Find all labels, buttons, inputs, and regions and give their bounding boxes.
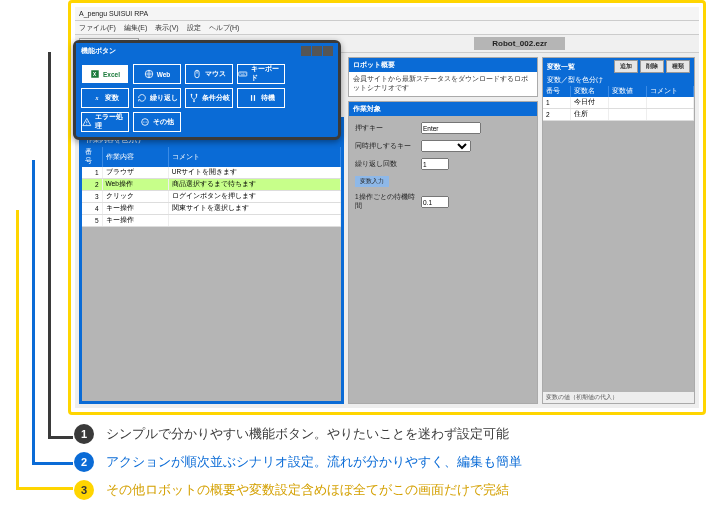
func-other-button[interactable]: その他 <box>133 112 181 132</box>
var-add-button[interactable]: 追加 <box>614 60 638 73</box>
func-label: 条件分岐 <box>202 94 230 103</box>
per-op-wait-input[interactable] <box>421 196 449 208</box>
cell-action: キー操作 <box>102 203 168 215</box>
minimize-icon[interactable] <box>301 46 311 56</box>
func-pause-button[interactable]: 待機 <box>237 88 285 108</box>
table-row[interactable]: 4キー操作関東サイトを選択します <box>82 203 341 215</box>
menu-file[interactable]: ファイル(F) <box>79 23 116 33</box>
cell-comment: ログインボタンを押します <box>168 191 340 203</box>
repeat-label: 繰り返し回数 <box>355 160 415 169</box>
func-branch-button[interactable]: 条件分岐 <box>185 88 233 108</box>
annotation-badge-1: 1 <box>74 424 94 444</box>
svg-point-7 <box>193 101 195 103</box>
annotation-text-1: シンプルで分かりやすい機能ボタン。やりたいことを迷わず設定可能 <box>106 426 509 443</box>
func-label: エラー処理 <box>95 113 128 131</box>
func-error-button[interactable]: エラー処理 <box>81 112 129 132</box>
table-row[interactable]: 2Web操作商品選択するまで待ちます <box>82 179 341 191</box>
cell-idx: 1 <box>543 97 571 109</box>
table-row[interactable]: 2住所 <box>543 109 694 121</box>
simul-key-label: 同時押しするキー <box>355 142 415 151</box>
variables-footer: 変数の値（初期値の代入） <box>543 392 694 403</box>
cell-varcomment <box>646 109 693 121</box>
repeat-input[interactable] <box>421 158 449 170</box>
svg-point-15 <box>146 122 147 123</box>
function-title: 機能ボタン <box>81 46 116 56</box>
cell-action: ブラウザ <box>102 167 168 179</box>
cell-comment: 商品選択するまで待ちます <box>168 179 340 191</box>
cell-idx: 3 <box>82 191 102 203</box>
cell-action: Web操作 <box>102 179 168 191</box>
annotation-text-3: その他ロボットの概要や変数設定含めほぼ全てがこの画面だけで完結 <box>106 482 509 499</box>
other-icon <box>140 117 150 127</box>
func-var-button[interactable]: x変数 <box>81 88 129 108</box>
func-label: その他 <box>153 118 174 127</box>
pause-icon <box>248 93 258 103</box>
func-label: Excel <box>103 71 120 78</box>
cell-varname: 今日付 <box>571 97 609 109</box>
annotation-badge-2: 2 <box>74 452 94 472</box>
func-loop-button[interactable]: 繰り返し <box>133 88 181 108</box>
func-label: 変数 <box>105 94 119 103</box>
var-delete-button[interactable]: 削除 <box>640 60 664 73</box>
func-keyboard-button[interactable]: キーボード <box>237 64 285 84</box>
cell-idx: 2 <box>543 109 571 121</box>
func-label: 待機 <box>261 94 275 103</box>
error-icon <box>82 117 92 127</box>
variables-subhead: 変数／型を色分け <box>543 75 694 86</box>
work-title: 作業対象 <box>353 104 381 114</box>
annotation-1: 1 シンプルで分かりやすい機能ボタン。やりたいことを迷わず設定可能 <box>74 424 710 444</box>
maximize-icon[interactable] <box>312 46 322 56</box>
func-excel-button[interactable]: Excel <box>81 64 129 84</box>
loop-icon <box>137 93 147 103</box>
center-column: ロボット概要 会員サイトから最新ステータスをダウンロードするロボットシナリオです… <box>348 57 538 404</box>
menubar: ファイル(F) 編集(E) 表示(V) 設定 ヘルプ(H) <box>75 21 699 35</box>
svg-rect-3 <box>239 72 247 76</box>
cell-comment <box>168 215 340 227</box>
simul-key-select[interactable] <box>421 140 471 152</box>
var-icon: x <box>92 93 102 103</box>
close-window-icon[interactable] <box>323 46 333 56</box>
svg-point-5 <box>190 94 192 96</box>
func-globe-button[interactable]: Web <box>133 64 181 84</box>
cell-comment: URサイトを開きます <box>168 167 340 179</box>
annotation-2: 2 アクションが順次並ぶシナリオ設定。流れが分かりやすく、編集も簡単 <box>74 452 710 472</box>
menu-settings[interactable]: 設定 <box>187 23 201 33</box>
globe-icon <box>144 69 154 79</box>
app-title: A_pengu SUISUI RPA <box>79 10 148 17</box>
var-col-val: 変数値 <box>608 86 646 97</box>
function-header: 機能ボタン <box>76 43 338 59</box>
variables-panel: 変数一覧 追加 削除 種類 変数／型を色分け 番号 <box>542 57 695 404</box>
svg-point-13 <box>143 122 144 123</box>
annotation-3: 3 その他ロボットの概要や変数設定含めほぼ全てがこの画面だけで完結 <box>74 480 710 500</box>
func-mouse-button[interactable]: マウス <box>185 64 233 84</box>
cell-idx: 4 <box>82 203 102 215</box>
scenario-panel: 1操作毎の待機時間（秒） 作業内容を色分け <box>79 117 344 404</box>
menu-edit[interactable]: 編集(E) <box>124 23 147 33</box>
summary-header: ロボット概要 <box>349 58 537 72</box>
titlebar: A_pengu SUISUI RPA <box>75 7 699 21</box>
col-comment: コメント <box>168 147 340 167</box>
cell-varname: 住所 <box>571 109 609 121</box>
var-col-name: 変数名 <box>571 86 609 97</box>
key-input[interactable] <box>421 122 481 134</box>
menu-help[interactable]: ヘルプ(H) <box>209 23 240 33</box>
table-row[interactable]: 1ブラウザURサイトを開きます <box>82 167 341 179</box>
callout-line-3 <box>16 210 73 490</box>
col-idx: 番号 <box>82 147 102 167</box>
func-label: キーボード <box>251 65 284 83</box>
table-row[interactable]: 1今日付 <box>543 97 694 109</box>
work-target-panel: 作業対象 押すキー 同時押しするキー 繰り返し回数 <box>348 101 538 404</box>
table-row[interactable]: 3クリックログインボタンを押します <box>82 191 341 203</box>
scenario-table: 番号 作業内容 コメント 1ブラウザURサイトを開きます2Web操作商品選択する… <box>82 147 341 227</box>
menu-view[interactable]: 表示(V) <box>155 23 178 33</box>
annotation-text-2: アクションが順次並ぶシナリオ設定。流れが分かりやすく、編集も簡単 <box>106 454 522 471</box>
keyboard-icon <box>238 69 248 79</box>
cell-varval <box>608 109 646 121</box>
var-input-chip[interactable]: 変数入力 <box>355 176 389 187</box>
func-label: 繰り返し <box>150 94 178 103</box>
variables-title: 変数一覧 <box>547 62 575 72</box>
summary-title: ロボット概要 <box>353 60 395 70</box>
var-type-button[interactable]: 種類 <box>666 60 690 73</box>
per-op-wait-label: 1操作ごとの待機時間 <box>355 193 415 211</box>
table-row[interactable]: 5キー操作 <box>82 215 341 227</box>
